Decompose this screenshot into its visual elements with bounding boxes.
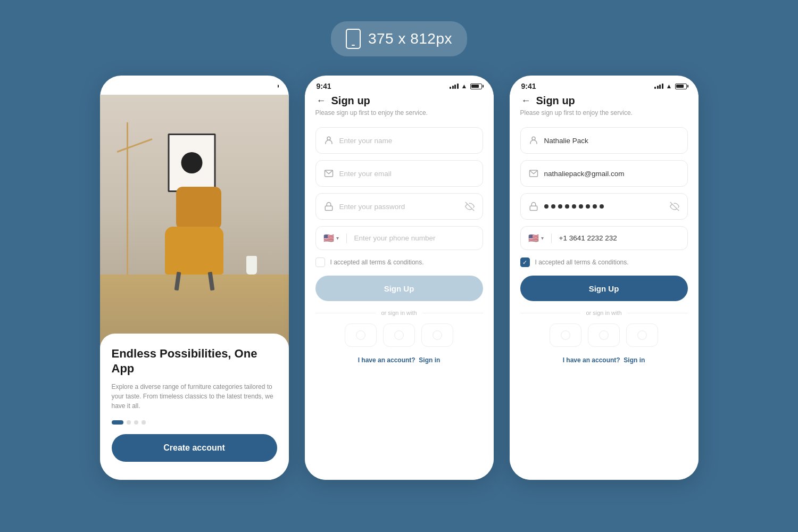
status-icons-3: ▲ <box>654 82 686 90</box>
phone2-or-text: or sign in with <box>381 310 417 316</box>
phone3-bottom-text: I have an account? <box>563 356 620 364</box>
svg-point-6 <box>433 331 442 340</box>
dot-1 <box>112 420 123 425</box>
phone1-card: Endless Possibilities, One App Explore a… <box>100 334 289 480</box>
phone2-apple-button[interactable] <box>421 323 453 347</box>
chair-body <box>165 227 223 275</box>
status-bar-2: 9:41 ▲ <box>305 76 494 95</box>
lamp-pole <box>127 122 128 275</box>
lock-icon-3 <box>528 201 539 212</box>
phone2-phone-field[interactable]: 🇺🇸 ▾ Enter your phone number <box>315 226 483 250</box>
phone1-card-desc: Explore a diverse range of furniture cat… <box>112 382 277 411</box>
flag-emoji-2: 🇺🇸 <box>323 233 334 243</box>
phone1-content: Endless Possibilities, One App Explore a… <box>100 95 289 480</box>
user-icon-3 <box>528 135 539 146</box>
dot-3 <box>134 420 138 425</box>
eye-icon-3[interactable] <box>669 201 680 212</box>
phone2-back-button[interactable] <box>315 95 327 107</box>
phone2-google-button[interactable] <box>345 323 377 347</box>
phone3-signup-title: Sign up <box>536 95 575 107</box>
phone-1: 9:41 ▲ <box>100 76 289 480</box>
email-icon-2 <box>323 168 334 179</box>
phone3-name-value: Nathalie Pack <box>544 137 680 145</box>
phone2-facebook-button[interactable] <box>383 323 415 347</box>
svg-point-4 <box>356 331 365 340</box>
dot-2 <box>127 420 131 425</box>
signal-icon-3 <box>654 84 663 89</box>
svg-point-13 <box>638 331 647 340</box>
phone2-password-field[interactable]: Enter your password <box>315 193 483 220</box>
phone-3: 9:41 ▲ Sign up Please sign up first to e… <box>510 76 699 480</box>
svg-point-5 <box>395 331 404 340</box>
user-icon-2 <box>323 135 334 146</box>
phone3-signup-button[interactable]: Sign Up <box>520 276 688 301</box>
wifi-icon-1: ▲ <box>256 82 263 90</box>
phone3-terms-checkbox[interactable]: ✓ <box>520 257 530 267</box>
dot-4 <box>142 420 146 425</box>
phone2-signin-link[interactable]: Sign in <box>419 356 440 364</box>
svg-point-11 <box>561 331 570 340</box>
phone2-signup-title: Sign up <box>331 95 370 107</box>
email-icon-3 <box>528 168 539 179</box>
svg-rect-2 <box>325 206 332 210</box>
phone2-signup-button[interactable]: Sign Up <box>315 276 483 301</box>
phone2-email-field[interactable]: Enter your email <box>315 160 483 187</box>
frame-circle <box>181 152 203 173</box>
phone3-google-button[interactable] <box>550 323 581 347</box>
signal-icon-1 <box>245 84 254 89</box>
wifi-icon-3: ▲ <box>666 82 672 90</box>
or-line-left-3 <box>520 313 581 313</box>
phone3-or-text: or sign in with <box>586 310 621 316</box>
phone3-social-row <box>520 323 688 347</box>
or-line-right-2 <box>422 313 483 313</box>
create-account-button[interactable]: Create account <box>112 434 277 462</box>
phone3-password-field[interactable] <box>520 193 688 220</box>
phone3-terms-label: I accepted all terms & conditions. <box>535 259 629 266</box>
phone3-signup-content: Sign up Please sign up first to enjoy th… <box>510 95 699 480</box>
phone3-signin-link[interactable]: Sign in <box>624 356 645 364</box>
wall-frame <box>168 134 216 192</box>
status-time-3: 9:41 <box>521 82 536 90</box>
phone-2: 9:41 ▲ Sign up Please sign up first to e… <box>305 76 494 480</box>
phone3-phone-value: +1 3641 2232 232 <box>559 234 617 242</box>
divider-3 <box>551 234 552 243</box>
phone3-apple-button[interactable] <box>626 323 658 347</box>
phone3-name-field[interactable]: Nathalie Pack <box>520 127 688 154</box>
svg-rect-9 <box>530 206 537 210</box>
battery-icon-2 <box>470 84 482 89</box>
phone3-phone-field[interactable]: 🇺🇸 ▾ +1 3641 2232 232 <box>520 226 688 250</box>
dots-row <box>112 420 277 425</box>
eye-icon-2[interactable] <box>464 201 475 212</box>
password-dots-3 <box>544 204 604 209</box>
plant-vase <box>246 256 257 275</box>
badge-text: 375 x 812px <box>368 30 452 47</box>
phone3-back-button[interactable] <box>520 95 532 107</box>
status-bar-3: 9:41 ▲ <box>510 76 699 95</box>
battery-icon-3 <box>675 84 687 89</box>
phone3-bottom-link: I have an account? Sign in <box>520 356 688 364</box>
phone3-back-row: Sign up <box>520 95 688 107</box>
chevron-down-icon-2: ▾ <box>336 235 339 241</box>
phone3-facebook-button[interactable] <box>588 323 620 347</box>
status-icons-1: ▲ <box>245 82 277 90</box>
size-badge: 375 x 812px <box>331 21 467 56</box>
phone2-email-placeholder: Enter your email <box>339 170 475 178</box>
phone1-card-title: Endless Possibilities, One App <box>112 346 277 376</box>
phone2-bottom-link: I have an account? Sign in <box>315 356 483 364</box>
phone2-password-placeholder: Enter your password <box>339 203 459 211</box>
phone3-email-value: nathaliepack@gmail.com <box>544 170 680 178</box>
phone2-phone-placeholder: Enter your phone number <box>354 234 436 242</box>
flag-selector-3[interactable]: 🇺🇸 ▾ <box>528 233 544 243</box>
status-time-1: 9:41 <box>112 82 127 90</box>
flag-selector-2[interactable]: 🇺🇸 ▾ <box>323 233 339 243</box>
status-bar-1: 9:41 ▲ <box>100 76 289 95</box>
phones-row: 9:41 ▲ <box>100 76 699 480</box>
phone2-back-row: Sign up <box>315 95 483 107</box>
signal-icon-2 <box>450 84 459 89</box>
phone-icon <box>346 29 361 49</box>
phone2-or-row: or sign in with <box>315 310 483 316</box>
phone2-terms-label: I accepted all terms & conditions. <box>330 259 424 266</box>
phone3-email-field[interactable]: nathaliepack@gmail.com <box>520 160 688 187</box>
phone2-name-field[interactable]: Enter your name <box>315 127 483 154</box>
phone2-terms-checkbox[interactable] <box>315 257 325 267</box>
